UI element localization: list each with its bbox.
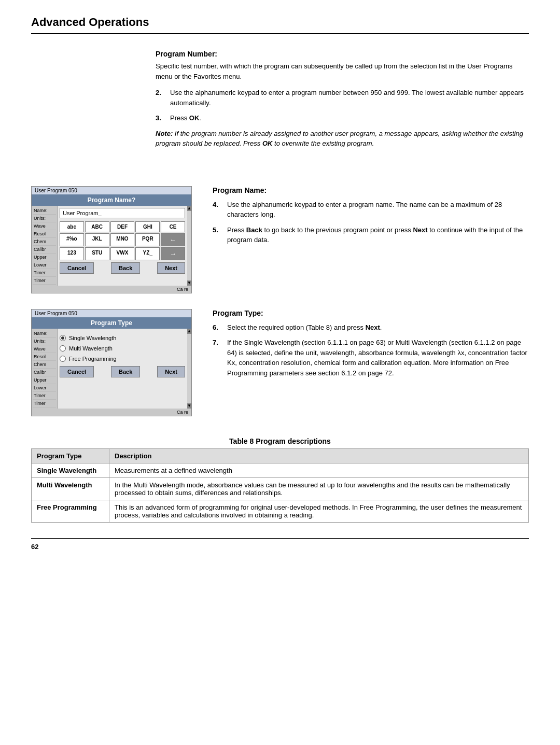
sidebar-resol: Resol [33, 230, 56, 238]
scroll-up-1[interactable]: ▲ [187, 206, 191, 211]
ui-topbar-label-2: User Program 050 [35, 311, 77, 316]
scroll-track-1 [187, 211, 191, 280]
sidebar-upper: Upper [33, 254, 56, 261]
sidebar-name: Name: [33, 207, 56, 215]
page-container: Advanced Operations Program Number: Spec… [0, 0, 560, 745]
ui-title-bar-1: Program Name? [32, 194, 191, 206]
key-forward[interactable]: → [161, 247, 185, 260]
program-name-section: User Program 050 Program Name? Name: Uni… [31, 186, 529, 293]
program-number-description: Specific test number, with which the pro… [156, 61, 529, 81]
cancel-button-1[interactable]: Cancel [60, 262, 94, 274]
step-4-num: 4. [213, 200, 223, 220]
row3-type: Free Programming [32, 500, 109, 522]
program-name-screenshot: User Program 050 Program Name? Name: Uni… [31, 186, 192, 293]
note-block: Note: If the program number is already a… [156, 129, 529, 149]
step-2-num: 2. [156, 88, 166, 108]
step-5: 5. Press Back to go back to the previous… [213, 225, 529, 245]
sidebar-lower: Lower [33, 261, 56, 269]
sidebar-calibr: Calibr [33, 246, 56, 254]
sidebar2-resol: Resol [33, 353, 56, 361]
key-YZ[interactable]: YZ_ [135, 247, 160, 260]
key-VWX[interactable]: VWX [110, 247, 135, 260]
table-row: Free Programming This is an advanced for… [32, 500, 529, 522]
scroll-down-2[interactable]: ▼ [187, 403, 191, 409]
key-CE[interactable]: CE [161, 221, 185, 232]
row1-description: Measurements at a defined wavelength [109, 463, 529, 477]
ui-bottom-bar-2: Ca re [32, 409, 191, 416]
ui-button-row-1: Cancel Back Next [60, 262, 185, 274]
step-7-text: If the Single Wavelength (section 6.1.1.… [227, 338, 529, 378]
back-button-2[interactable]: Back [111, 366, 140, 377]
page-footer: 62 [31, 538, 529, 551]
program-descriptions-table: Table 8 Program descriptions Program Typ… [31, 437, 529, 523]
cancel-button-2[interactable]: Cancel [60, 366, 94, 377]
key-STU[interactable]: STU [85, 247, 109, 260]
sidebar2-units: Units: [33, 338, 56, 345]
step-3: 3. Press OK. [156, 113, 529, 123]
sidebar2-timer2: Timer [33, 400, 56, 407]
ui-button-row-2: Cancel Back Next [60, 366, 185, 377]
scroll-up-2[interactable]: ▲ [187, 329, 191, 334]
ui-scrollbar-1: ▲ ▼ [187, 206, 191, 286]
step-4: 4. Use the alphanumeric keypad to enter … [213, 200, 529, 220]
key-DEF[interactable]: DEF [110, 221, 135, 232]
col-header-description: Description [109, 448, 529, 463]
page-number: 62 [31, 543, 38, 551]
step-7-num: 7. [213, 338, 223, 378]
sidebar2-chem: Chem [33, 361, 56, 369]
step-2-text: Use the alphanumeric keypad to enter a p… [170, 88, 529, 108]
radio-single-indicator [60, 335, 66, 341]
key-GHI[interactable]: GHI [135, 221, 160, 232]
back-button-1[interactable]: Back [111, 262, 140, 274]
row2-type: Multi Wavelength [32, 477, 109, 500]
ui-bottom-right-1: re [184, 287, 188, 292]
next-button-1[interactable]: Next [157, 262, 185, 274]
radio-single[interactable]: Single Wavelength [60, 335, 185, 341]
step-5-text: Press Back to go back to the previous pr… [227, 225, 529, 245]
program-type-screenshot: User Program 050 Program Type Name: Unit… [31, 309, 192, 416]
step-3-text: Press OK. [170, 113, 201, 123]
next-button-2[interactable]: Next [157, 366, 185, 377]
key-PQR[interactable]: PQR [135, 233, 160, 246]
ui-body-1: Name: Units: Wave Resol Chem Calibr Uppe… [32, 206, 191, 286]
col-header-type: Program Type [32, 448, 109, 463]
sidebar-units: Units: [33, 215, 56, 222]
radio-free-label: Free Programming [69, 356, 117, 362]
key-backspace[interactable]: ← [161, 233, 185, 246]
key-special[interactable]: #%o [60, 233, 84, 246]
radio-multi[interactable]: Multi Wavelength [60, 345, 185, 352]
key-abc[interactable]: abc [60, 221, 84, 232]
table-row: Multi Wavelength In the Multi Wavelength… [32, 477, 529, 500]
ui-title-1: Program Name? [88, 196, 136, 204]
ui-sidebar-2: Name: Units: Wave Resol Chem Calibr Uppe… [32, 329, 58, 409]
ui-bottom-right-2: re [184, 410, 188, 415]
program-name-heading: Program Name: [213, 186, 529, 194]
radio-free[interactable]: Free Programming [60, 356, 185, 362]
radio-multi-indicator [60, 345, 66, 352]
row2-description: In the Multi Wavelength mode, absorbance… [109, 477, 529, 500]
program-number-heading: Program Number: [156, 50, 529, 58]
ui-scrollbar-2: ▲ ▼ [187, 329, 191, 409]
ui-input-value: User Program_ [63, 210, 102, 216]
scroll-down-1[interactable]: ▼ [187, 280, 191, 286]
program-name-text: Program Name: 4. Use the alphanumeric ke… [213, 186, 529, 250]
sidebar-wave: Wave [33, 222, 56, 230]
key-JKL[interactable]: JKL [85, 233, 109, 246]
key-ABC[interactable]: ABC [85, 221, 109, 232]
sidebar-timer1: Timer [33, 269, 56, 277]
key-MNO[interactable]: MNO [110, 233, 135, 246]
sidebar-chem: Chem [33, 238, 56, 246]
table-section: Table 8 Program descriptions Program Typ… [31, 432, 529, 523]
sidebar2-calibr: Calibr [33, 369, 56, 376]
radio-single-label: Single Wavelength [69, 335, 116, 341]
ui-keypad-1: abc ABC DEF GHI CE #%o JKL MNO PQR ← 123… [60, 221, 185, 260]
radio-multi-label: Multi Wavelength [69, 345, 113, 352]
step-4-text: Use the alphanumeric keypad to enter a p… [227, 200, 529, 220]
program-number-section: Program Number: Specific test number, wi… [31, 50, 529, 155]
scroll-track-2 [187, 334, 191, 403]
sidebar2-name: Name: [33, 330, 56, 338]
key-123[interactable]: 123 [60, 247, 84, 260]
step-7: 7. If the Single Wavelength (section 6.1… [213, 338, 529, 378]
row3-description: This is an advanced form of programming … [109, 500, 529, 522]
table-row: Single Wavelength Measurements at a defi… [32, 463, 529, 477]
